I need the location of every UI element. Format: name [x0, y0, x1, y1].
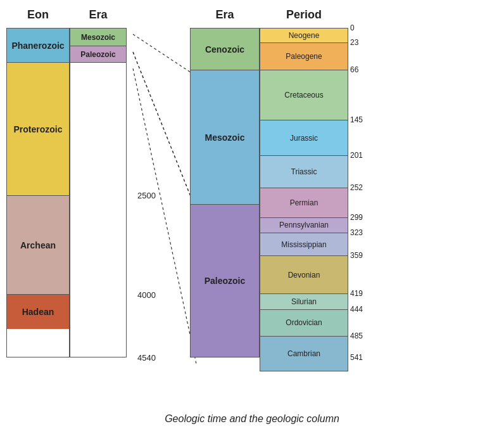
right-numbers: 02366145201252299323359419444485541 — [348, 28, 370, 357]
era-header-right: Era — [190, 6, 260, 23]
period-block: Pennsylvanian — [260, 217, 348, 233]
period-blocks: NeogenePaleogeneCretaceousJurassicTriass… — [260, 28, 348, 357]
period-block: Ordovician — [260, 309, 348, 336]
period-block: Silurian — [260, 293, 348, 309]
right-number: 444 — [350, 305, 363, 314]
right-number: 541 — [350, 353, 363, 362]
era-blocks-right: CenozoicMesozoicPaleozoic — [190, 28, 260, 357]
period-block: Paleogene — [260, 42, 348, 70]
eon-block: Proterozoic — [7, 63, 69, 196]
period-block: Triassic — [260, 155, 348, 188]
right-number: 145 — [350, 115, 363, 124]
left-number: 4000 — [137, 290, 156, 300]
diagram-area: Eon Era PhanerozoicProterozoicArcheanHad… — [6, 6, 498, 408]
period-block: Cambrian — [260, 336, 348, 371]
eon-block: Phanerozoic — [7, 29, 69, 63]
eon-block: Archean — [7, 196, 69, 295]
left-chart: Eon Era PhanerozoicProterozoicArcheanHad… — [6, 6, 171, 357]
right-number: 0 — [350, 23, 355, 32]
era-block-right: Paleozoic — [190, 204, 260, 357]
right-number: 419 — [350, 289, 363, 298]
eon-block: Hadean — [7, 295, 69, 329]
era-blocks-left: MesozoicPaleozoic — [70, 28, 127, 357]
period-block: Mississippian — [260, 233, 348, 255]
right-number: 252 — [350, 183, 363, 192]
right-number: 23 — [350, 38, 358, 47]
period-block: Permian — [260, 188, 348, 217]
period-header: Period — [260, 6, 348, 23]
right-number: 323 — [350, 228, 363, 237]
era-block-left: Mesozoic — [70, 28, 127, 46]
chart-title: Geologic time and the geologic column — [165, 413, 339, 425]
period-block: Cretaceous — [260, 70, 348, 120]
left-numbers: 250040004540 — [127, 28, 158, 357]
period-block: Devonian — [260, 255, 348, 293]
right-number: 201 — [350, 151, 363, 160]
era-block-left — [70, 62, 127, 357]
eon-header: Eon — [6, 6, 70, 23]
period-block: Neogene — [260, 28, 348, 42]
left-number: 2500 — [137, 191, 156, 200]
period-block: Jurassic — [260, 120, 348, 155]
era-block-right: Mesozoic — [190, 70, 260, 204]
era-header-left: Era — [70, 6, 127, 23]
era-block-left: Paleozoic — [70, 46, 127, 62]
right-number: 485 — [350, 331, 363, 340]
right-chart: Era Period CenozoicMesozoicPaleozoic Neo… — [190, 6, 498, 357]
eon-blocks: PhanerozoicProterozoicArcheanHadean — [6, 28, 70, 357]
main-container: Eon Era PhanerozoicProterozoicArcheanHad… — [0, 0, 504, 431]
right-number: 66 — [350, 65, 358, 74]
right-number: 359 — [350, 251, 363, 260]
left-number: 4540 — [137, 353, 156, 363]
right-number: 299 — [350, 213, 363, 222]
era-block-right: Cenozoic — [190, 28, 260, 70]
